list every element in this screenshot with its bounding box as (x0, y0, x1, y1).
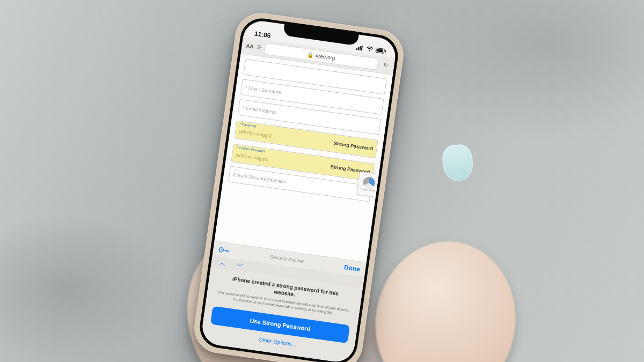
cellular-signal-icon (356, 44, 364, 53)
strong-password-badge: Strong Password (333, 141, 374, 151)
recaptcha-icon (362, 176, 376, 190)
recaptcha-caption: Privacy - Terms (360, 188, 375, 193)
svg-rect-2 (360, 46, 361, 50)
reader-aa-button[interactable]: AA (246, 43, 254, 50)
previous-field-icon[interactable]: ︿ (218, 259, 227, 268)
reload-icon[interactable]: ↻ (381, 62, 390, 69)
svg-rect-6 (385, 50, 386, 53)
status-time: 11:06 (254, 30, 271, 40)
battery-icon (375, 47, 387, 56)
password-keys-icon[interactable] (218, 245, 231, 256)
svg-rect-0 (356, 48, 358, 50)
photo-scene: 11:06 (0, 0, 644, 362)
svg-rect-1 (358, 47, 360, 50)
svg-rect-3 (361, 46, 363, 51)
next-field-icon[interactable]: ﹀ (236, 261, 244, 270)
fingernail (441, 143, 475, 182)
url-domain: ieee.org (316, 53, 335, 61)
hand-right (365, 232, 525, 362)
svg-rect-5 (376, 49, 383, 53)
phone: 11:06 (191, 10, 407, 362)
lock-icon: 🔒 (307, 51, 314, 58)
page-settings-icon[interactable]: ☰ (256, 44, 261, 50)
wifi-icon (365, 46, 374, 54)
iphone-screen: 11:06 (200, 19, 398, 362)
done-button[interactable]: Done (343, 263, 361, 273)
security-answer-hint: Security Answer (270, 254, 305, 264)
svg-point-8 (221, 249, 222, 250)
webpage-content: * Last / Surname * Email Address * Passw… (215, 54, 393, 262)
recaptcha-badge[interactable]: Privacy - Terms (356, 171, 381, 197)
